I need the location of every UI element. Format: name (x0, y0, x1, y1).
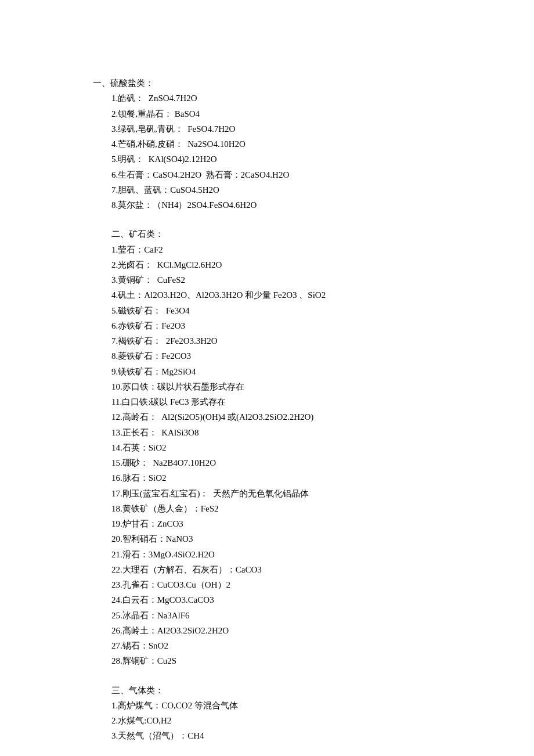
list-item: 28.辉铜矿：Cu2S (93, 653, 464, 668)
list-item: 18.黄铁矿（愚人金）：FeS2 (93, 501, 464, 516)
list-item: 14.石英：SiO2 (93, 440, 464, 455)
list-item: 3.绿矾,皂矾,青矾： FeSO4.7H2O (93, 121, 464, 136)
list-item: 6.赤铁矿石：Fe2O3 (93, 318, 464, 333)
section-spacer (93, 213, 464, 226)
list-item: 1.高炉煤气：CO,CO2 等混合气体 (93, 698, 464, 713)
list-item: 2.钡餐,重晶石： BaSO4 (93, 106, 464, 121)
list-item: 21.滑石：3MgO.4SiO2.H2O (93, 547, 464, 562)
list-item: 19.炉甘石：ZnCO3 (93, 516, 464, 531)
list-item: 11.白口铁:碳以 FeC3 形式存在 (93, 394, 464, 409)
list-item: 25.冰晶石：Na3AlF6 (93, 608, 464, 623)
list-item: 3.天然气（沼气）：CH4 (93, 728, 464, 743)
list-item: 2.水煤气:CO,H2 (93, 713, 464, 728)
list-item: 1.皓矾： ZnSO4.7H2O (93, 91, 464, 106)
list-item: 2.光卤石： KCl.MgCl2.6H2O (93, 257, 464, 272)
list-item: 10.苏口铁：碳以片状石墨形式存在 (93, 379, 464, 394)
list-item: 26.高岭土：Al2O3.2SiO2.2H2O (93, 623, 464, 638)
list-item: 20.智利硝石：NaNO3 (93, 531, 464, 546)
list-item: 15.硼砂： Na2B4O7.10H2O (93, 455, 464, 470)
list-item: 8.菱铁矿石：Fe2CO3 (93, 348, 464, 363)
list-item: 5.磁铁矿石： Fe3O4 (93, 303, 464, 318)
section-title: 二、矿石类： (93, 226, 464, 242)
list-item: 23.孔雀石：CuCO3.Cu（OH）2 (93, 577, 464, 592)
list-item: 7.褐铁矿石： 2Fe2O3.3H2O (93, 333, 464, 348)
section-title: 三、气体类： (93, 683, 464, 698)
list-item: 7.胆矾、蓝矾：CuSO4.5H2O (93, 182, 464, 197)
document-page: 一、硫酸盐类： 1.皓矾： ZnSO4.7H2O 2.钡餐,重晶石： BaSO4… (0, 0, 534, 756)
list-item: 5.明矾： KAl(SO4)2.12H2O (93, 152, 464, 167)
list-item: 1.莹石：CaF2 (93, 242, 464, 257)
list-item: 13.正长石： KAlSi3O8 (93, 425, 464, 440)
list-item: 12.高岭石： Al2(Si2O5)(OH)4 或(Al2O3.2SiO2.2H… (93, 409, 464, 424)
list-item: 22.大理石（方解石、石灰石）：CaCO3 (93, 562, 464, 577)
list-item: 4.芒硝,朴硝,皮硝： Na2SO4.10H2O (93, 136, 464, 152)
list-item: 8.莫尔盐：（NH4）2SO4.FeSO4.6H2O (93, 197, 464, 213)
list-item: 24.白云石：MgCO3.CaCO3 (93, 592, 464, 607)
list-item: 27.锡石：SnO2 (93, 638, 464, 653)
section-title: 一、硫酸盐类： (93, 75, 464, 91)
list-item: 3.黄铜矿： CuFeS2 (93, 272, 464, 287)
list-item: 9.镁铁矿石：Mg2SiO4 (93, 364, 464, 379)
list-item: 16.脉石：SiO2 (93, 470, 464, 485)
list-item: 4.矾土：Al2O3.H2O、Al2O3.3H2O 和少量 Fe2O3 、SiO… (93, 287, 464, 303)
list-item: 17.刚玉(蓝宝石.红宝石)： 天然产的无色氧化铝晶体 (93, 486, 464, 501)
section-spacer (93, 669, 464, 683)
list-item: 6.生石膏：CaSO4.2H2O 熟石膏：2CaSO4.H2O (93, 167, 464, 182)
